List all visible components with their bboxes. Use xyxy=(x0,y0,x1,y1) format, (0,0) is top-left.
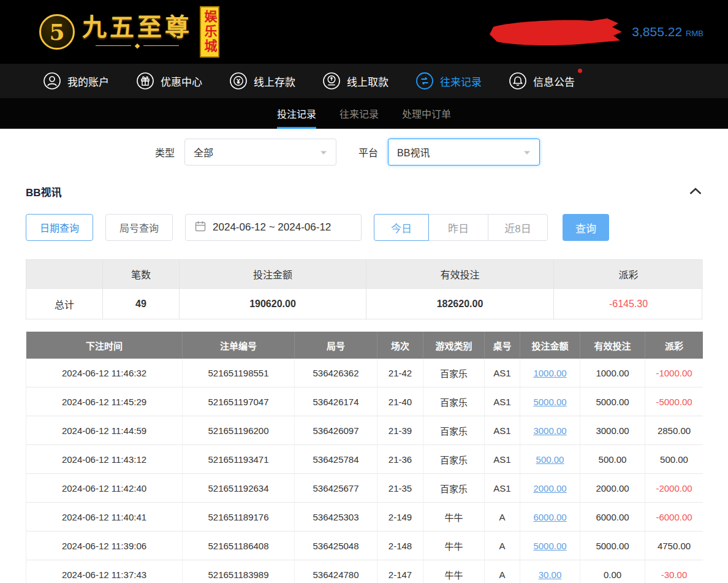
search-button[interactable]: 查询 xyxy=(563,214,609,241)
nav-item-promotions[interactable]: 优惠中心 xyxy=(136,72,202,90)
cell-game: 百家乐 xyxy=(423,416,485,445)
bet-amount-link[interactable]: 5000.00 xyxy=(520,387,580,416)
cell-game: 牛牛 xyxy=(423,560,485,583)
bet-amount-link[interactable]: 500.00 xyxy=(520,445,580,474)
cell-time: 2024-06-12 11:37:43 xyxy=(26,560,183,583)
cell-round: 536426174 xyxy=(295,387,377,416)
cell-game: 百家乐 xyxy=(423,387,485,416)
column-header-time: 下注时间 xyxy=(26,332,183,359)
cell-table-no: AS1 xyxy=(485,359,520,387)
cell-bet-id: 521651183989 xyxy=(183,560,295,583)
nav-item-deposit[interactable]: 线上存款 xyxy=(229,72,295,90)
summary-total-label: 总计 xyxy=(26,289,103,319)
cell-round: 536425048 xyxy=(295,532,377,560)
records-tab-bar: 投注记录 往来记录 处理中订单 xyxy=(0,98,728,129)
round-query-button[interactable]: 局号查询 xyxy=(105,214,173,241)
bet-amount-link[interactable]: 5000.00 xyxy=(520,532,580,560)
summary-table: 笔数 投注金额 有效投注 派彩 总计 49 190620.00 182620.0… xyxy=(26,259,702,319)
nav-label: 信息公告 xyxy=(533,74,575,89)
date-query-button[interactable]: 日期查询 xyxy=(26,214,93,241)
cell-game: 牛牛 xyxy=(423,532,485,560)
cell-round: 536425303 xyxy=(295,503,377,532)
column-header-bet-id: 注单编号 xyxy=(183,332,295,359)
bet-amount-link[interactable]: 1000.00 xyxy=(520,359,580,387)
platform-label: 平台 xyxy=(358,145,378,159)
cell-round: 536426097 xyxy=(295,416,377,445)
bet-amount-link[interactable]: 3000.00 xyxy=(520,416,580,445)
payout-cell: -5000.00 xyxy=(645,387,703,416)
cell-valid: 2000.00 xyxy=(580,474,645,503)
summary-header-empty xyxy=(26,260,103,289)
date-range-picker[interactable]: 2024-06-12 ~ 2024-06-12 xyxy=(185,214,362,241)
cell-time: 2024-06-12 11:42:40 xyxy=(26,474,183,503)
cell-round: 536425677 xyxy=(295,474,377,503)
type-select[interactable]: 全部 xyxy=(184,139,336,166)
nav-item-withdraw[interactable]: 线上取款 xyxy=(322,72,389,90)
nav-item-announcements[interactable]: 信息公告 xyxy=(509,72,575,90)
payout-cell: -2000.00 xyxy=(645,474,703,503)
filter-row: 类型 全部 平台 BB视讯 xyxy=(0,129,728,166)
nav-label: 优惠中心 xyxy=(161,74,202,89)
platform-select[interactable]: BB视讯 xyxy=(388,139,540,166)
nav-item-account[interactable]: 我的账户 xyxy=(43,72,109,90)
site-logo: 5 九五至尊 ◆ 娱乐城 xyxy=(39,6,219,58)
type-label: 类型 xyxy=(155,145,175,159)
column-header-session: 场次 xyxy=(377,332,423,359)
cell-game: 百家乐 xyxy=(423,445,485,474)
logo-badge: 娱乐城 xyxy=(200,6,219,58)
summary-header-valid-bet: 有效投注 xyxy=(366,260,554,289)
bet-amount-link[interactable]: 6000.00 xyxy=(520,503,580,532)
platform-select-value: BB视讯 xyxy=(397,145,430,159)
main-nav: 我的账户 优惠中心 线上存款 线上取款 xyxy=(0,64,728,98)
summary-header-payout: 派彩 xyxy=(554,260,703,289)
summary-bet-amount-value: 190620.00 xyxy=(180,289,366,319)
payout-cell: -6000.00 xyxy=(645,503,703,532)
cell-time: 2024-06-12 11:39:06 xyxy=(26,532,183,560)
tab-bet-records[interactable]: 投注记录 xyxy=(277,98,316,129)
tab-transactions[interactable]: 往来记录 xyxy=(339,98,379,129)
column-header-round: 局号 xyxy=(295,332,377,359)
cell-bet-id: 521651192634 xyxy=(183,474,295,503)
cell-bet-id: 521651197047 xyxy=(183,387,295,416)
tab-processing-orders[interactable]: 处理中订单 xyxy=(402,98,451,129)
nav-label: 线上取款 xyxy=(347,74,389,89)
payout-cell: 4750.00 xyxy=(645,532,703,560)
notification-dot xyxy=(578,69,582,73)
transfer-records-icon xyxy=(415,72,434,90)
summary-valid-bet-value: 182620.00 xyxy=(366,289,554,319)
cell-bet-id: 521651196200 xyxy=(183,416,295,445)
cell-session: 2-148 xyxy=(377,532,423,560)
cell-valid: 5000.00 xyxy=(580,387,645,416)
today-button[interactable]: 今日 xyxy=(374,214,429,241)
cell-round: 536426362 xyxy=(295,359,377,387)
logo-emblem: 5 xyxy=(39,14,75,50)
yesterday-button[interactable]: 昨日 xyxy=(428,214,488,241)
column-header-game: 游戏类别 xyxy=(423,332,485,359)
column-header-table-no: 桌号 xyxy=(485,332,520,359)
cell-valid: 5000.00 xyxy=(580,532,645,560)
cell-valid: 6000.00 xyxy=(580,503,645,532)
nav-label: 线上存款 xyxy=(254,74,295,89)
type-select-value: 全部 xyxy=(194,145,213,159)
nav-item-records[interactable]: 往来记录 xyxy=(415,72,482,90)
cell-valid: 1000.00 xyxy=(580,359,645,387)
cell-bet-id: 521651198551 xyxy=(183,359,295,387)
cell-bet-id: 521651193471 xyxy=(183,445,295,474)
bet-amount-link[interactable]: 30.00 xyxy=(520,560,580,583)
logo-flourish-decoration: ◆ xyxy=(96,42,179,50)
summary-header-count: 笔数 xyxy=(103,260,180,289)
collapse-section-button[interactable] xyxy=(689,186,702,197)
section-title: BB视讯 xyxy=(26,184,62,199)
cell-session: 21-35 xyxy=(377,474,423,503)
cell-game: 牛牛 xyxy=(423,503,485,532)
summary-count-value: 49 xyxy=(103,289,180,319)
user-icon xyxy=(43,72,61,90)
cell-bet-id: 521651189176 xyxy=(183,503,295,532)
cell-game: 百家乐 xyxy=(423,474,485,503)
balance-currency: RMB xyxy=(686,29,703,38)
last-8-days-button[interactable]: 近8日 xyxy=(488,214,548,241)
bet-amount-link[interactable]: 2000.00 xyxy=(520,474,580,503)
cell-session: 2-147 xyxy=(377,560,423,583)
cell-session: 2-149 xyxy=(377,503,423,532)
calendar-icon xyxy=(194,220,207,235)
